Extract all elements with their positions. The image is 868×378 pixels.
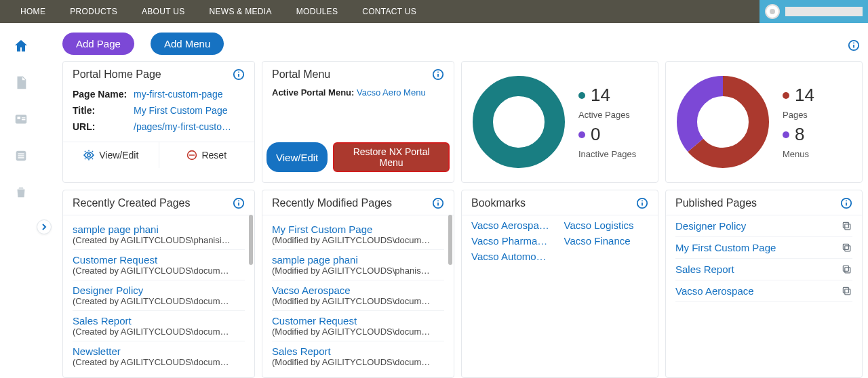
bookmark-link[interactable]: Vacso Pharma…	[471, 235, 556, 247]
copy-icon	[842, 264, 852, 275]
rail-expand[interactable]	[37, 219, 52, 234]
bookmark-link[interactable]: Vacso Logistics	[564, 219, 649, 231]
pages-menus-chart-card: 14 Pages 8 Menus	[665, 61, 863, 183]
list-item-link[interactable]: sample page phani	[73, 224, 159, 235]
value-page-name[interactable]: my-first-custom-page	[134, 89, 222, 100]
svg-rect-40	[843, 266, 848, 271]
bookmark-link[interactable]: Vacso Finance	[564, 235, 649, 247]
stat-label: Inactive Pages	[578, 149, 636, 159]
list-item-sub: (Modified by AGILITYCLOUDS\docum…	[272, 357, 444, 367]
list-item[interactable]: Vacso Aerospace(Modified by AGILITYCLOUD…	[272, 280, 444, 311]
toolbar: Add Page Add Menu	[62, 33, 224, 55]
rail-trash[interactable]	[7, 179, 35, 206]
avatar-icon	[765, 4, 780, 19]
list-item[interactable]: sample page phani(Created by AGILITYCLOU…	[73, 219, 245, 250]
svg-rect-41	[845, 289, 850, 294]
nav-about[interactable]: ABOUT US	[142, 7, 185, 16]
rail-pages[interactable]	[7, 69, 35, 96]
copy-button[interactable]	[842, 243, 852, 253]
list-item[interactable]: sample page phani(Modified by AGILITYCLO…	[272, 250, 444, 280]
value-url[interactable]: /pages/my-first-custo…	[134, 121, 231, 132]
scrollbar[interactable]	[448, 215, 452, 265]
list-item-link[interactable]: Sales Report	[73, 315, 132, 327]
list-item-link[interactable]: Customer Request	[73, 254, 157, 266]
nav-modules[interactable]: MODULES	[296, 7, 338, 16]
bookmark-link[interactable]: Vacso Automo…	[471, 251, 556, 262]
list-item[interactable]: Newsletter(Created by AGILITYCLOUDS\docu…	[73, 341, 245, 371]
list-item-link[interactable]: Newsletter	[73, 345, 121, 357]
list-item-link[interactable]: Designer Policy	[73, 285, 143, 296]
add-menu-button[interactable]: Add Menu	[151, 33, 224, 55]
add-page-button[interactable]: Add Page	[62, 33, 134, 55]
list-item[interactable]: Customer Request(Modified by AGILITYCLOU…	[272, 311, 444, 341]
rail-layout[interactable]	[7, 106, 35, 133]
list-item[interactable]: Sales Report(Modified by AGILITYCLOUDS\d…	[272, 341, 444, 371]
copy-button[interactable]	[842, 221, 852, 232]
copy-button[interactable]	[842, 264, 852, 275]
published-link[interactable]: Sales Report	[675, 264, 734, 275]
info-icon[interactable]	[432, 197, 444, 209]
home-icon	[13, 38, 29, 54]
recently-modified-card: Recently Modified Pages My First Custom …	[262, 190, 454, 378]
stat-label: Pages	[783, 110, 814, 120]
list-item[interactable]: My First Custom Page(Modified by AGILITY…	[272, 219, 444, 250]
list-item-sub: (Created by AGILITYCLOUDS\docum…	[73, 266, 245, 276]
donut-chart-active	[471, 75, 566, 169]
list-item[interactable]: Sales Report(Created by AGILITYCLOUDS\do…	[73, 311, 245, 341]
nav-home[interactable]: HOME	[20, 7, 45, 16]
list-item-sub: (Modified by AGILITYCLOUDS\docum…	[272, 296, 444, 306]
rail-list[interactable]	[7, 142, 35, 169]
page-info-icon[interactable]	[848, 39, 860, 51]
published-link[interactable]: My First Custom Page	[675, 242, 776, 253]
list-item-link[interactable]: Sales Report	[272, 345, 331, 357]
list-item[interactable]: Customer Request(Created by AGILITYCLOUD…	[73, 250, 245, 280]
info-icon[interactable]	[233, 197, 245, 209]
active-pages-chart-card: 14 Active Pages 0 Inactive Pages	[461, 61, 658, 183]
svg-point-25	[238, 201, 239, 202]
svg-point-34	[846, 201, 847, 202]
label-title: Title:	[73, 105, 134, 116]
list-item[interactable]: Designer Policy(Created by AGILITYCLOUDS…	[73, 280, 245, 311]
list-item-link[interactable]: My First Custom Page	[272, 224, 372, 235]
recently-created-title: Recently Created Pages	[73, 197, 190, 209]
copy-button[interactable]	[842, 286, 852, 297]
user-box[interactable]	[760, 0, 868, 23]
svg-point-31	[642, 201, 643, 202]
restore-menu-button[interactable]: Restore NX Portal Menu	[333, 142, 450, 172]
user-name-placeholder	[785, 7, 863, 16]
scrollbar[interactable]	[249, 215, 253, 265]
bookmark-link[interactable]: Vacso Aerospa…	[471, 219, 556, 231]
info-icon[interactable]	[233, 68, 245, 81]
reset-icon	[186, 150, 197, 161]
nav-contact[interactable]: CONTACT US	[362, 7, 416, 16]
list-item-link[interactable]: sample page phani	[272, 254, 358, 266]
info-icon[interactable]	[432, 68, 444, 81]
list-item-link[interactable]: Vacso Aerospace	[272, 285, 351, 296]
list-item-sub: (Created by AGILITYCLOUDS\docum…	[73, 327, 245, 337]
view-edit-menu-button[interactable]: View/Edit	[267, 142, 328, 172]
recently-modified-title: Recently Modified Pages	[272, 197, 392, 209]
nav-news[interactable]: NEWS & MEDIA	[209, 7, 271, 16]
dot-icon	[783, 92, 789, 99]
view-edit-label: View/Edit	[99, 150, 138, 161]
active-menu-label: Active Portal Menu:	[272, 87, 354, 98]
stat-num: 14	[795, 85, 814, 106]
published-pages-card: Published Pages Designer PolicyMy First …	[665, 190, 863, 378]
list-item-link[interactable]: Customer Request	[272, 315, 357, 327]
stat-num: 8	[795, 124, 804, 145]
rail-home[interactable]	[7, 33, 35, 60]
published-link[interactable]: Designer Policy	[675, 220, 746, 232]
published-link[interactable]: Vacso Aerospace	[675, 285, 754, 297]
top-nav: HOME PRODUCTS ABOUT US NEWS & MEDIA MODU…	[0, 0, 868, 23]
info-icon[interactable]	[840, 197, 852, 209]
view-edit-action[interactable]: View/Edit	[63, 142, 159, 168]
list-item-sub: (Modified by AGILITYCLOUDS\docum…	[272, 235, 444, 245]
value-title[interactable]: My First Custom Page	[134, 105, 227, 116]
nav-products[interactable]: PRODUCTS	[70, 7, 117, 16]
portal-home-title: Portal Home Page	[73, 68, 161, 81]
copy-icon	[842, 243, 852, 253]
info-icon[interactable]	[636, 197, 648, 209]
reset-action[interactable]: Reset	[159, 142, 255, 168]
active-menu-value[interactable]: Vacso Aero Menu	[357, 87, 426, 98]
published-row: Sales Report	[675, 259, 852, 280]
